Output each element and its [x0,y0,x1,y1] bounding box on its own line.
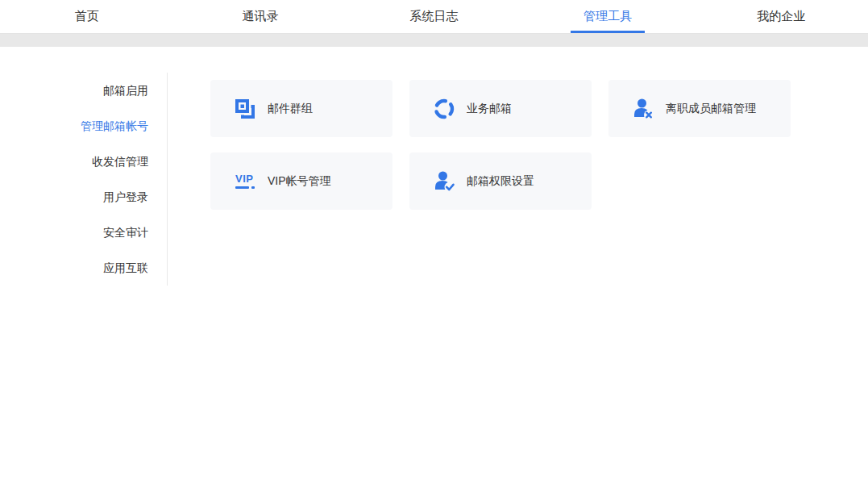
tab-admin-tools-label: 管理工具 [584,9,632,24]
tab-admin-tools[interactable]: 管理工具 [521,0,694,33]
card-label: 邮件群组 [268,102,313,116]
tab-contacts[interactable]: 通讯录 [173,0,347,33]
card-label: VIP帐号管理 [268,174,331,189]
card-label: 业务邮箱 [467,102,512,116]
top-nav: 首页 通讯录 系统日志 管理工具 我的企业 [0,0,868,34]
tab-my-enterprise-label: 我的企业 [757,9,805,24]
mail-group-icon [233,97,257,121]
sidebar-item-app-interconnect[interactable]: 应用互联 [0,250,167,286]
main-content: 邮箱启用 管理邮箱帐号 收发信管理 用户登录 安全审计 应用互联 邮件 [0,47,868,483]
tab-active-underline [571,31,645,33]
tab-contacts-label: 通讯录 [243,9,279,24]
sidebar-item-security-audit[interactable]: 安全审计 [0,215,167,250]
cards-area: 邮件群组 业务邮箱 [168,47,868,483]
tab-system-log[interactable]: 系统日志 [347,0,521,33]
sidebar: 邮箱启用 管理邮箱帐号 收发信管理 用户登录 安全审计 应用互联 [0,47,168,483]
card-departed-member-mailbox[interactable]: 离职成员邮箱管理 [608,80,791,137]
card-business-mailbox[interactable]: 业务邮箱 [409,80,592,137]
card-mailbox-permission[interactable]: 邮箱权限设置 [409,152,592,210]
departed-member-icon [631,97,655,121]
business-mailbox-icon [432,97,456,121]
sidebar-item-send-receive-management[interactable]: 收发信管理 [0,144,167,179]
card-mail-group[interactable]: 邮件群组 [210,80,392,137]
page-background-strip [0,34,868,47]
mailbox-permission-icon [432,169,456,194]
sidebar-list: 邮箱启用 管理邮箱帐号 收发信管理 用户登录 安全审计 应用互联 [0,73,168,286]
sidebar-item-user-login[interactable]: 用户登录 [0,179,167,215]
card-label: 邮箱权限设置 [467,174,534,189]
tab-system-log-label: 系统日志 [410,9,459,24]
sidebar-item-manage-mailbox-accounts[interactable]: 管理邮箱帐号 [0,108,167,144]
sidebar-item-mailbox-enable[interactable]: 邮箱启用 [0,73,167,108]
tab-my-enterprise[interactable]: 我的企业 [695,0,868,33]
vip-icon: VIP [233,169,257,194]
tab-home[interactable]: 首页 [0,0,173,33]
vip-icon-underline [235,186,255,189]
vip-icon-text: VIP [235,173,253,184]
tab-home-label: 首页 [75,9,99,24]
cards-grid: 邮件群组 业务邮箱 [210,80,868,210]
card-vip-account[interactable]: VIP VIP帐号管理 [210,152,392,210]
card-label: 离职成员邮箱管理 [666,102,756,116]
